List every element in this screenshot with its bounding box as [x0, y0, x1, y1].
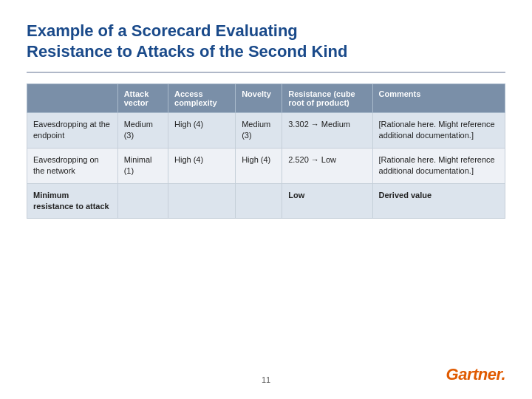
title-line1: Example of a Scorecard Evaluating: [27, 21, 298, 40]
col-header-resistance: Resistance (cube root of product): [282, 84, 372, 113]
table-row: Minimum resistance to attackLowDerived v…: [27, 183, 505, 219]
cell-resistance: Low: [282, 183, 372, 219]
col-header-attack-vector: Attack vector: [117, 84, 168, 113]
table-header-row: Attack vector Access complexity Novelty …: [27, 84, 505, 113]
cell-access-complexity: High (4): [168, 148, 236, 183]
gartner-logo: Gartner.: [446, 365, 505, 384]
table-row: Eavesdropping at the endpointMedium (3)H…: [27, 113, 505, 149]
cell-comments: [Rationale here. Might reference additio…: [372, 113, 505, 149]
cell-attack-vector: Medium (3): [117, 113, 168, 149]
logo-text: Gartner: [446, 365, 502, 383]
logo-dot: .: [501, 365, 505, 383]
cell-scenario: Minimum resistance to attack: [27, 183, 118, 219]
cell-novelty: High (4): [236, 148, 282, 183]
cell-scenario: Eavesdropping on the network: [27, 148, 118, 183]
cell-novelty: Medium (3): [236, 113, 282, 149]
col-header-access-complexity: Access complexity: [168, 84, 236, 113]
cell-comments: Derived value: [372, 183, 505, 219]
page-title: Example of a Scorecard Evaluating Resist…: [27, 21, 505, 61]
cell-access-complexity: High (4): [168, 113, 236, 149]
cell-resistance: 3.302 → Medium: [282, 113, 372, 149]
cell-attack-vector: Minimal (1): [117, 148, 168, 183]
cell-resistance: 2.520 → Low: [282, 148, 372, 183]
divider: [27, 72, 505, 73]
title-line2: Resistance to Attacks of the Second Kind: [27, 42, 347, 61]
cell-attack-vector: [117, 183, 168, 219]
cell-access-complexity: [168, 183, 236, 219]
col-header-novelty: Novelty: [236, 84, 282, 113]
cell-comments: [Rationale here. Might reference additio…: [372, 148, 505, 183]
cell-scenario: Eavesdropping at the endpoint: [27, 113, 118, 149]
cell-novelty: [236, 183, 282, 219]
footer: 11 Gartner.: [27, 369, 505, 384]
col-header-comments: Comments: [372, 84, 505, 113]
page-number: 11: [27, 375, 505, 384]
page: Example of a Scorecard Evaluating Resist…: [0, 0, 532, 399]
scorecard-table: Attack vector Access complexity Novelty …: [27, 83, 505, 219]
table-row: Eavesdropping on the networkMinimal (1)H…: [27, 148, 505, 183]
col-header-scenario: [27, 84, 118, 113]
